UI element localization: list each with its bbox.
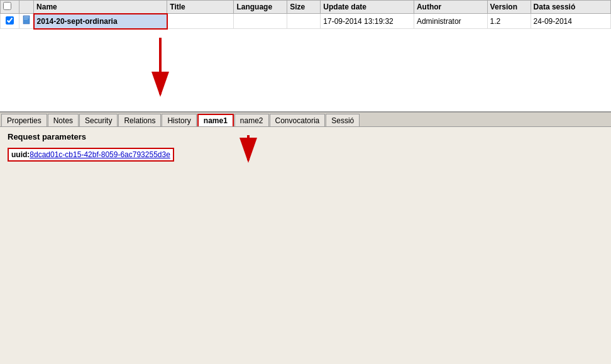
col-header-author: Author	[414, 1, 487, 14]
tab-name1[interactable]: name1	[197, 114, 234, 126]
row-checkbox-cell	[1, 14, 19, 29]
tab-relations[interactable]: Relations	[118, 114, 161, 126]
tab-properties[interactable]: Properties	[1, 114, 47, 126]
row-version-cell: 1.2	[487, 14, 531, 29]
document-icon	[22, 15, 32, 25]
row-author-cell: Administrator	[414, 14, 487, 29]
col-header-checkbox	[1, 1, 19, 14]
row-title-cell	[167, 14, 234, 29]
row-update-date-cell: 17-09-2014 13:19:32	[321, 14, 414, 29]
col-header-language: Language	[234, 1, 287, 14]
col-header-size: Size	[287, 1, 321, 14]
tabs-bar: Properties Notes Security Relations Hist…	[0, 112, 611, 127]
row-name-cell[interactable]: 2014-20-sept-ordinaria	[34, 14, 167, 29]
svg-rect-2	[24, 18, 29, 18]
row-checkbox[interactable]	[6, 16, 14, 25]
svg-rect-3	[24, 19, 28, 19]
uuid-box[interactable]: uuid:8dcad01c-cb15-42bf-8059-6ac793255d3…	[8, 148, 174, 162]
col-header-version: Version	[487, 1, 531, 14]
tab-content-area: Request parameters uuid:8dcad01c-cb15-42…	[0, 127, 611, 364]
col-header-icon	[19, 1, 33, 14]
tab-notes[interactable]: Notes	[48, 114, 79, 126]
tab-history[interactable]: History	[162, 114, 196, 126]
table-row[interactable]: 2014-20-sept-ordinaria 17-09-2014 13:19:…	[1, 14, 611, 29]
document-table-container: Name Title Language Size Update date Aut…	[0, 0, 611, 112]
uuid-label: uuid:	[11, 150, 30, 159]
uuid-value: 8dcad01c-cb15-42bf-8059-6ac793255d3e	[30, 150, 170, 159]
svg-rect-1	[24, 16, 29, 17]
select-all-checkbox[interactable]	[3, 2, 11, 10]
section-title: Request parameters	[8, 132, 603, 141]
row-icon-cell	[19, 14, 33, 29]
document-table: Name Title Language Size Update date Aut…	[0, 0, 611, 30]
col-header-update-date: Update date	[321, 1, 414, 14]
tab-sessio[interactable]: Sessió	[326, 114, 360, 126]
row-data-sessio-cell: 24-09-2014	[531, 14, 610, 29]
col-header-name: Name	[34, 1, 167, 14]
tab-name2[interactable]: name2	[234, 114, 269, 126]
tab-convocatoria[interactable]: Convocatoria	[270, 114, 326, 126]
row-language-cell	[234, 14, 287, 29]
col-header-data-sessio: Data sessió	[531, 1, 610, 14]
tab-security[interactable]: Security	[79, 114, 118, 126]
col-header-title: Title	[167, 1, 234, 14]
row-size-cell	[287, 14, 321, 29]
